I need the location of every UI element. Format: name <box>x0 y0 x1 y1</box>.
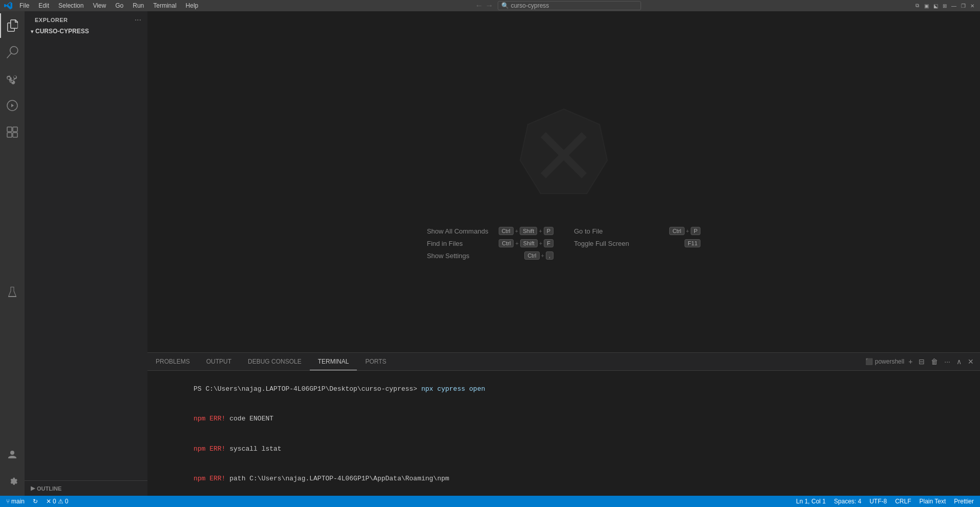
window-sidebar-btn[interactable]: ▣ <box>923 2 930 9</box>
terminal-trash-btn[interactable]: 🗑 <box>929 356 940 367</box>
main-layout: Explorer ··· ▾ CURSO-CYPRESS ▶ Outline <box>0 11 980 496</box>
npm-err-syscall: syscall lstat <box>225 445 281 453</box>
vscode-large-logo <box>513 104 615 206</box>
sidebar-title: Explorer <box>35 17 68 23</box>
status-sync[interactable]: ↻ <box>31 498 40 505</box>
term-prompt-text: PS C:\Users\najag.LAPTOP-4L06GP1P\Deskto… <box>194 385 421 393</box>
window-restore[interactable]: ❐ <box>960 2 967 9</box>
titlebar-right: ⧉ ▣ ⬕ ⊞ — ❐ ✕ <box>913 2 976 9</box>
menu-file[interactable]: File <box>15 1 33 10</box>
window-minimize[interactable]: — <box>950 2 957 9</box>
search-text: curso-cypress <box>511 2 549 9</box>
activity-search[interactable] <box>0 40 25 65</box>
status-eol[interactable]: CRLF <box>893 498 913 505</box>
status-branch[interactable]: ⑂ main <box>4 498 27 505</box>
npm-err-label: npm ERR! <box>194 475 225 482</box>
window-layout-btn[interactable]: ⧉ <box>913 2 921 9</box>
key-p: P <box>691 227 700 235</box>
terminal-maximize-btn[interactable]: ∧ <box>954 356 964 367</box>
npm-err-label: npm ERR! <box>194 445 225 453</box>
outline-arrow-icon: ▶ <box>31 485 35 492</box>
key-plus2: + <box>539 228 542 234</box>
terminal-add-btn[interactable]: + <box>906 356 914 367</box>
terminal-content[interactable]: PS C:\Users\najag.LAPTOP-4L06GP1P\Deskto… <box>147 371 980 496</box>
key-plus: + <box>515 240 518 246</box>
key-comma: , <box>546 251 553 260</box>
menu-edit[interactable]: Edit <box>34 1 53 10</box>
error-icon: ✕ <box>46 498 51 505</box>
window-close[interactable]: ✕ <box>969 2 976 9</box>
activity-settings[interactable] <box>0 469 25 494</box>
key-ctrl: Ctrl <box>499 227 514 235</box>
svg-rect-5 <box>11 287 14 287</box>
status-formatter[interactable]: Prettier <box>952 498 976 505</box>
key-p: P <box>544 227 553 235</box>
nav-back[interactable]: ← <box>475 1 483 10</box>
activity-account[interactable] <box>0 442 25 467</box>
tab-problems[interactable]: PROBLEMS <box>147 353 198 370</box>
npm-err-code: code ENOENT <box>225 415 273 422</box>
sidebar-more-btn[interactable]: ··· <box>135 15 141 25</box>
status-encoding[interactable]: UTF-8 <box>867 498 889 505</box>
menu-view[interactable]: View <box>89 1 110 10</box>
menu-bar: File Edit Selection View Go Run Terminal… <box>15 1 202 10</box>
terminal-split-btn[interactable]: ⊟ <box>917 356 927 367</box>
outline-item[interactable]: ▶ Outline <box>25 483 147 494</box>
activity-extensions[interactable] <box>0 120 25 144</box>
titlebar-center: ← → 🔍 curso-cypress <box>475 1 641 10</box>
sidebar-actions: ··· <box>135 15 141 25</box>
menu-selection[interactable]: Selection <box>54 1 88 10</box>
term-error-2: npm ERR! syscall lstat <box>154 434 974 464</box>
terminal-controls: ⬛ powershell + ⊟ 🗑 ··· ∧ ✕ <box>865 356 980 367</box>
window-grid-btn[interactable]: ⊞ <box>941 2 948 9</box>
activity-testing[interactable] <box>0 280 25 305</box>
shortcut-settings: Show Settings Ctrl + , <box>427 251 553 260</box>
status-errors[interactable]: ✕ 0 ⚠ 0 <box>44 498 70 505</box>
shortcut-all-commands: Show All Commands Ctrl + Shift + P <box>427 227 553 235</box>
term-command: npx cypress open <box>421 385 485 393</box>
activity-explorer[interactable] <box>0 13 25 38</box>
npm-err-label: npm ERR! <box>194 415 225 422</box>
terminal-close-btn[interactable]: ✕ <box>966 356 976 367</box>
menu-terminal[interactable]: Terminal <box>149 1 180 10</box>
outline-label: Outline <box>37 485 61 492</box>
status-spaces[interactable]: Spaces: 4 <box>832 498 863 505</box>
status-bar: ⑂ main ↻ ✕ 0 ⚠ 0 Ln 1, Col 1 Spaces: 4 U… <box>0 496 980 507</box>
terminal-tabs: PROBLEMS OUTPUT DEBUG CONSOLE TERMINAL P… <box>147 353 395 370</box>
tab-debug-console[interactable]: DEBUG CONSOLE <box>240 353 310 370</box>
activity-run-debug[interactable] <box>0 93 25 118</box>
tab-ports[interactable]: PORTS <box>357 353 394 370</box>
tab-terminal[interactable]: TERMINAL <box>310 353 357 370</box>
terminal-more-btn[interactable]: ··· <box>942 356 952 367</box>
shortcut-label: Show All Commands <box>427 227 488 235</box>
shortcut-goto-file: Go to File Ctrl + P <box>574 227 700 235</box>
branch-name: main <box>11 498 25 505</box>
tab-output[interactable]: OUTPUT <box>198 353 240 370</box>
titlebar: File Edit Selection View Go Run Terminal… <box>0 0 980 11</box>
shortcut-label: Find in Files <box>427 240 463 247</box>
status-language[interactable]: Plain Text <box>918 498 948 505</box>
nav-forward[interactable]: → <box>485 1 494 10</box>
sidebar-header: Explorer ··· <box>25 11 147 27</box>
menu-go[interactable]: Go <box>111 1 127 10</box>
activity-source-control[interactable] <box>0 67 25 91</box>
window-panel-btn[interactable]: ⬕ <box>932 2 939 9</box>
folder-header[interactable]: ▾ CURSO-CYPRESS <box>25 27 147 36</box>
folder-name: CURSO-CYPRESS <box>35 28 89 35</box>
error-count: 0 <box>53 498 56 505</box>
key-shift: Shift <box>520 239 538 247</box>
shortcut-label: Go to File <box>574 227 603 235</box>
shortcut-fullscreen: Toggle Full Screen F11 <box>574 239 700 247</box>
status-right: Ln 1, Col 1 Spaces: 4 UTF-8 CRLF Plain T… <box>794 498 976 505</box>
terminal-tabs-bar: PROBLEMS OUTPUT DEBUG CONSOLE TERMINAL P… <box>147 353 980 371</box>
menu-help[interactable]: Help <box>182 1 203 10</box>
status-position[interactable]: Ln 1, Col 1 <box>794 498 828 505</box>
shortcut-label: Toggle Full Screen <box>574 240 629 247</box>
search-box[interactable]: 🔍 curso-cypress <box>498 1 641 10</box>
shortcut-keys: F11 <box>685 239 700 247</box>
menu-run[interactable]: Run <box>129 1 148 10</box>
key-plus2: + <box>539 240 542 246</box>
term-error-3: npm ERR! path C:\Users\najag.LAPTOP-4L06… <box>154 464 974 494</box>
status-left: ⑂ main ↻ ✕ 0 ⚠ 0 <box>4 498 70 505</box>
search-icon: 🔍 <box>501 2 509 9</box>
